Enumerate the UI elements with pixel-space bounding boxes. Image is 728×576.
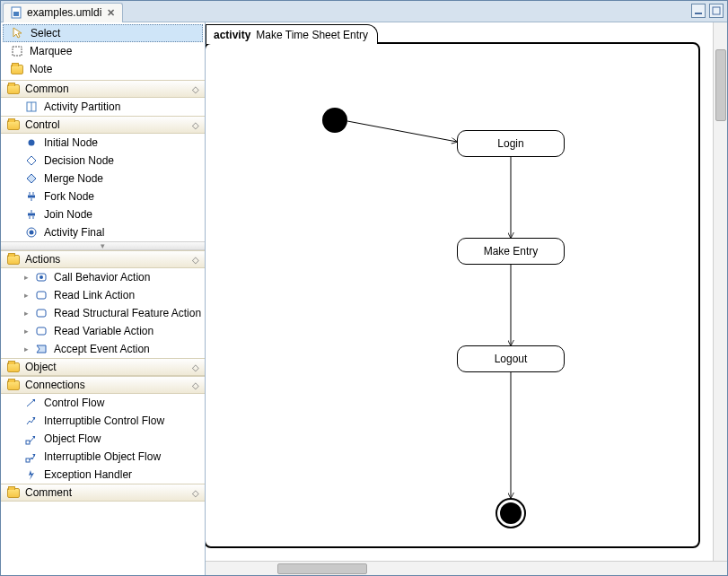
tool-select[interactable]: Select — [3, 24, 203, 42]
editor-body: Select Marquee Note Common ◇ Activity Pa… — [1, 22, 727, 575]
item-label: Control Flow — [44, 397, 104, 409]
pin-icon: ◇ — [192, 380, 199, 390]
item-label: Activity Final — [44, 226, 104, 239]
activity-title-tab[interactable]: activity Make Time Sheet Entry — [206, 24, 378, 44]
item-decision-node[interactable]: Decision Node — [1, 152, 205, 170]
node-make-entry[interactable]: Make Entry — [457, 238, 565, 265]
window-controls — [691, 4, 724, 18]
folder-icon — [6, 82, 21, 96]
tool-label: Note — [30, 63, 52, 75]
horizontal-scrollbar[interactable] — [206, 561, 727, 575]
object-flow-icon — [24, 432, 39, 446]
pin-icon: ◇ — [192, 362, 199, 372]
item-fork-node[interactable]: Fork Node — [1, 188, 205, 205]
folder-icon — [6, 378, 21, 392]
action-icon — [34, 306, 48, 320]
activity-final-node[interactable] — [496, 498, 526, 528]
svg-rect-24 — [26, 441, 30, 444]
item-read-structural[interactable]: ▸ Read Structural Feature Action — [1, 304, 205, 322]
control-flow-icon — [24, 396, 39, 410]
folder-icon — [6, 118, 21, 132]
drawer-label: Actions — [25, 253, 60, 266]
activity-final-icon — [24, 225, 39, 240]
drawer-connections[interactable]: Connections ◇ — [1, 376, 205, 394]
drawer-object[interactable]: Object ◇ — [1, 358, 205, 376]
svg-point-17 — [30, 231, 34, 235]
scrollbar-thumb[interactable] — [277, 563, 367, 574]
item-label: Read Structural Feature Action — [54, 307, 201, 319]
svg-point-19 — [39, 275, 43, 279]
svg-rect-2 — [695, 13, 702, 14]
drawer-common[interactable]: Common ◇ — [1, 80, 205, 98]
drawer-actions[interactable]: Actions ◇ — [1, 250, 205, 268]
pin-icon: ◇ — [192, 488, 199, 498]
minimize-button[interactable] — [691, 4, 706, 18]
initial-node-icon — [24, 135, 39, 150]
activity-title: Make Time Sheet Entry — [256, 29, 368, 41]
svg-rect-4 — [13, 47, 22, 56]
item-join-node[interactable]: Join Node — [1, 205, 205, 223]
item-object-flow[interactable]: Object Flow — [1, 430, 205, 448]
item-accept-event[interactable]: ▸ Accept Event Action — [1, 340, 205, 358]
item-call-behavior[interactable]: ▸ Call Behavior Action — [1, 268, 205, 286]
svg-rect-22 — [37, 327, 46, 335]
item-read-link[interactable]: ▸ Read Link Action — [1, 286, 205, 304]
folder-icon — [6, 252, 21, 266]
svg-rect-3 — [713, 7, 720, 14]
item-exception-handler[interactable]: Exception Handler — [1, 466, 205, 484]
palette-tools: Select Marquee Note — [1, 22, 205, 80]
expand-icon: ▸ — [24, 273, 29, 282]
partition-icon — [24, 100, 39, 114]
item-label: Read Variable Action — [54, 325, 153, 337]
interruptible-control-flow-icon — [24, 414, 39, 428]
tool-marquee[interactable]: Marquee — [1, 42, 205, 60]
item-interruptible-object-flow[interactable]: Interruptible Object Flow — [1, 448, 205, 466]
merge-node-icon — [24, 171, 39, 186]
item-interruptible-control-flow[interactable]: Interruptible Control Flow — [1, 412, 205, 430]
initial-node[interactable] — [322, 108, 347, 133]
fork-node-icon — [24, 189, 39, 204]
diagram-canvas[interactable]: activity Make Time Sheet Entry Login Mak… — [206, 22, 713, 561]
file-tab[interactable]: examples.umldi ✕ — [3, 3, 123, 22]
action-icon — [34, 324, 48, 338]
drawer-control[interactable]: Control ◇ — [1, 116, 205, 134]
note-icon — [10, 62, 24, 76]
expand-icon: ▸ — [24, 345, 29, 353]
folder-icon — [6, 360, 21, 374]
item-control-flow[interactable]: Control Flow — [1, 394, 205, 412]
item-activity-final[interactable]: Activity Final — [1, 223, 205, 241]
drawer-collapser[interactable]: ▾ — [1, 241, 205, 250]
item-label: Interruptible Control Flow — [44, 415, 164, 427]
activity-final-inner — [500, 502, 522, 524]
canvas-row: activity Make Time Sheet Entry Login Mak… — [206, 22, 727, 561]
item-label: Read Link Action — [54, 289, 135, 301]
svg-rect-26 — [26, 458, 30, 462]
node-login[interactable]: Login — [457, 130, 565, 157]
item-merge-node[interactable]: Merge Node — [1, 170, 205, 188]
pin-icon: ◇ — [192, 120, 199, 130]
item-label: Call Behavior Action — [54, 271, 150, 284]
folder-icon — [6, 485, 21, 500]
tool-note[interactable]: Note — [1, 60, 205, 78]
item-initial-node[interactable]: Initial Node — [1, 134, 205, 152]
item-label: Join Node — [44, 208, 92, 221]
item-activity-partition[interactable]: Activity Partition — [1, 98, 205, 116]
pin-icon: ◇ — [192, 255, 199, 265]
item-read-variable[interactable]: ▸ Read Variable Action — [1, 322, 205, 340]
pin-icon: ◇ — [192, 84, 199, 94]
vertical-scrollbar[interactable] — [713, 22, 727, 561]
node-label: Make Entry — [484, 245, 539, 257]
scrollbar-thumb[interactable] — [715, 49, 726, 121]
node-logout[interactable]: Logout — [457, 345, 565, 372]
item-label: Exception Handler — [44, 468, 132, 481]
svg-rect-1 — [13, 12, 19, 16]
activity-frame — [206, 42, 700, 548]
drawer-comment[interactable]: Comment ◇ — [1, 484, 205, 502]
decision-node-icon — [24, 153, 39, 168]
node-label: Logout — [495, 353, 528, 365]
maximize-button[interactable] — [709, 4, 724, 18]
item-label: Object Flow — [44, 432, 101, 445]
expand-icon: ▸ — [24, 309, 29, 318]
close-icon[interactable]: ✕ — [105, 7, 117, 19]
palette: Select Marquee Note Common ◇ Activity Pa… — [1, 22, 206, 575]
